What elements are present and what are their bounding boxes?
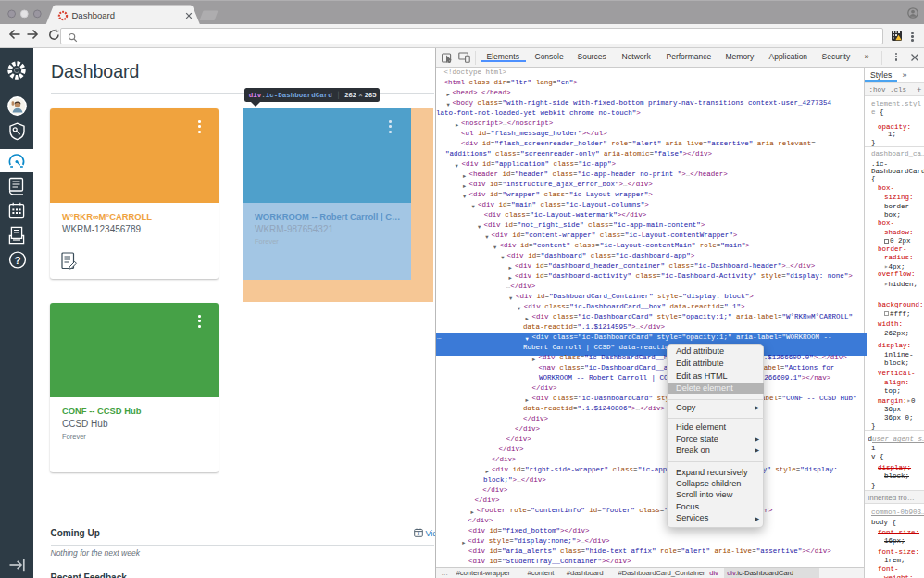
svg-text:3: 3 <box>418 531 420 536</box>
svg-text:?: ? <box>14 255 20 266</box>
